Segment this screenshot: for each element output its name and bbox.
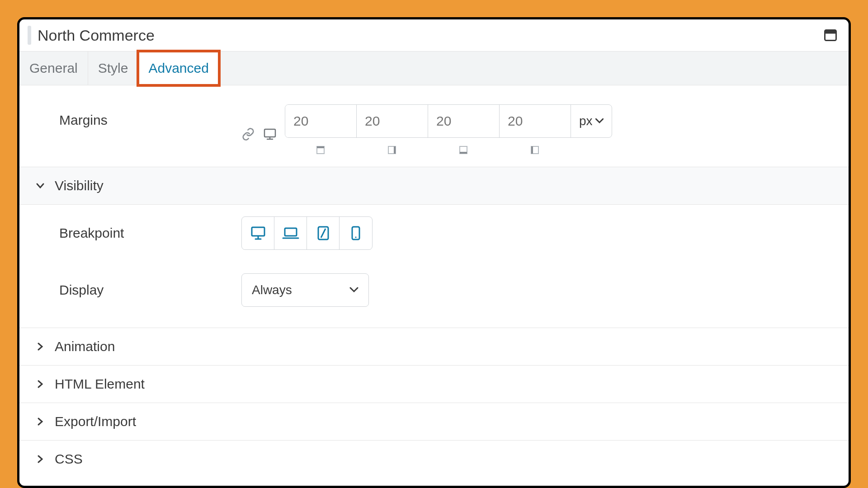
margin-top-icon bbox=[285, 145, 356, 155]
panel-header: North Commerce bbox=[19, 19, 849, 52]
section-css-header[interactable]: CSS bbox=[19, 441, 849, 478]
drag-handle[interactable] bbox=[28, 26, 31, 45]
svg-rect-4 bbox=[317, 146, 324, 148]
margin-unit-select[interactable]: px bbox=[571, 105, 612, 137]
section-html-element: HTML Element bbox=[19, 365, 849, 403]
svg-rect-12 bbox=[285, 228, 297, 236]
margin-side-icons bbox=[285, 145, 612, 155]
svg-rect-2 bbox=[264, 129, 275, 137]
margins-field: px bbox=[241, 104, 612, 155]
margin-left-input[interactable] bbox=[500, 105, 571, 137]
chevron-right-icon bbox=[36, 380, 45, 389]
svg-rect-8 bbox=[460, 152, 467, 154]
section-visibility-header[interactable]: Visibility bbox=[19, 167, 849, 204]
tab-style[interactable]: Style bbox=[88, 52, 139, 85]
chevron-down-icon bbox=[36, 181, 45, 190]
section-export-import-header[interactable]: Export/Import bbox=[19, 403, 849, 440]
section-export-import: Export/Import bbox=[19, 403, 849, 440]
content-area: Margins bbox=[19, 85, 849, 486]
margin-right-icon bbox=[356, 145, 428, 155]
breakpoint-label: Breakpoint bbox=[36, 225, 241, 241]
margin-right-input[interactable] bbox=[357, 105, 428, 137]
section-visibility-body: Breakpoint bbox=[19, 204, 849, 328]
margins-inputs-wrap: px bbox=[285, 104, 612, 155]
device-icon[interactable] bbox=[263, 128, 277, 141]
section-animation-label: Animation bbox=[55, 339, 115, 354]
section-html-element-header[interactable]: HTML Element bbox=[19, 366, 849, 403]
breakpoint-laptop-button[interactable] bbox=[274, 217, 307, 249]
section-visibility: Visibility Breakpoint bbox=[19, 167, 849, 328]
display-select[interactable]: Always bbox=[241, 273, 369, 307]
chevron-right-icon bbox=[36, 417, 45, 426]
chevron-right-icon bbox=[36, 342, 45, 351]
chevron-down-icon bbox=[349, 287, 359, 293]
margin-bottom-input[interactable] bbox=[428, 105, 500, 137]
section-html-element-label: HTML Element bbox=[55, 376, 145, 392]
margin-bottom-icon bbox=[428, 145, 499, 155]
margins-row: Margins bbox=[19, 85, 849, 167]
breakpoint-row: Breakpoint bbox=[19, 205, 849, 262]
chevron-down-icon bbox=[595, 118, 604, 124]
tab-general[interactable]: General bbox=[19, 52, 88, 85]
breakpoint-tablet-button[interactable] bbox=[307, 217, 340, 249]
window-mode-icon[interactable] bbox=[824, 29, 837, 41]
svg-rect-11 bbox=[252, 227, 264, 236]
svg-rect-10 bbox=[531, 146, 533, 154]
section-animation: Animation bbox=[19, 328, 849, 365]
margin-unit-value: px bbox=[579, 114, 593, 128]
section-visibility-label: Visibility bbox=[55, 178, 104, 193]
breakpoint-desktop-button[interactable] bbox=[242, 217, 274, 249]
breakpoint-mobile-button[interactable] bbox=[340, 217, 372, 249]
margin-top-input[interactable] bbox=[285, 105, 357, 137]
panel-title: North Commerce bbox=[38, 27, 155, 44]
header-left: North Commerce bbox=[28, 26, 155, 45]
section-css: CSS bbox=[19, 440, 849, 478]
margin-left-icon bbox=[499, 145, 571, 155]
settings-panel: North Commerce General Style Advanced Ma… bbox=[17, 17, 851, 488]
section-animation-header[interactable]: Animation bbox=[19, 328, 849, 365]
tab-advanced[interactable]: Advanced bbox=[138, 52, 219, 85]
svg-rect-6 bbox=[394, 146, 396, 154]
margins-inputs: px bbox=[285, 104, 612, 138]
link-icon[interactable] bbox=[241, 127, 255, 141]
margins-label: Margins bbox=[36, 104, 241, 128]
breakpoint-button-group bbox=[241, 216, 373, 250]
tabs-bar: General Style Advanced bbox=[19, 52, 849, 85]
svg-point-15 bbox=[355, 236, 356, 238]
section-export-import-label: Export/Import bbox=[55, 414, 136, 429]
chevron-right-icon bbox=[36, 455, 45, 464]
section-css-label: CSS bbox=[55, 451, 83, 467]
display-row: Display Always bbox=[19, 262, 849, 319]
display-label: Display bbox=[36, 282, 241, 298]
svg-rect-1 bbox=[825, 30, 836, 34]
display-select-value: Always bbox=[252, 283, 292, 297]
margins-tool-icons bbox=[241, 118, 277, 141]
